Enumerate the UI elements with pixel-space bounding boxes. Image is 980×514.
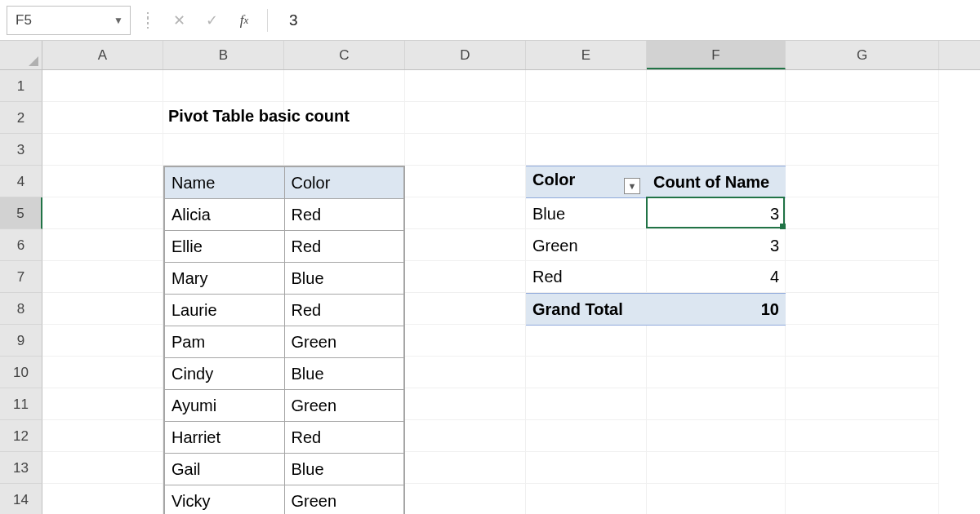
cell[interactable] — [786, 388, 939, 420]
column-header-b[interactable]: B — [163, 41, 284, 69]
pivot-value[interactable]: 4 — [647, 262, 786, 294]
cell[interactable] — [284, 70, 405, 102]
table-cell[interactable]: Laurie — [165, 295, 285, 326]
table-cell[interactable]: Mary — [165, 263, 285, 295]
pivot-value[interactable]: 3 — [647, 198, 786, 230]
column-header-d[interactable]: D — [405, 41, 526, 69]
cell[interactable] — [42, 388, 163, 420]
select-all-corner[interactable] — [0, 41, 42, 69]
cell[interactable] — [42, 357, 163, 388]
cell[interactable] — [42, 134, 163, 166]
cell[interactable] — [647, 357, 786, 388]
cell[interactable] — [786, 293, 939, 325]
cell[interactable] — [405, 484, 526, 514]
pivot-label[interactable]: Red — [526, 262, 647, 294]
cell[interactable] — [647, 70, 786, 102]
cell[interactable] — [647, 420, 786, 452]
cell[interactable] — [42, 261, 163, 293]
cell[interactable] — [42, 293, 163, 325]
row-header[interactable]: 4 — [0, 166, 42, 197]
table-cell[interactable]: Blue — [284, 263, 403, 295]
cell[interactable] — [42, 166, 163, 197]
cell[interactable] — [405, 388, 526, 420]
table-header[interactable]: Color — [284, 167, 403, 199]
pivot-label[interactable]: Blue — [526, 198, 647, 230]
cell[interactable] — [42, 229, 163, 261]
pivot-header[interactable]: Color▼ — [526, 166, 647, 198]
grand-total-label[interactable]: Grand Total — [526, 294, 647, 326]
cell[interactable] — [42, 70, 163, 102]
table-cell[interactable]: Red — [284, 422, 403, 454]
filter-dropdown-icon[interactable]: ▼ — [624, 178, 640, 194]
table-cell[interactable]: Pam — [165, 326, 285, 358]
row-header[interactable]: 7 — [0, 261, 42, 293]
cell[interactable] — [42, 452, 163, 484]
cell[interactable] — [786, 420, 939, 452]
cell[interactable] — [786, 197, 939, 229]
cell[interactable] — [786, 357, 939, 388]
pivot-label[interactable]: Green — [526, 230, 647, 262]
cancel-formula-button[interactable]: ✕ — [166, 7, 192, 33]
cell[interactable] — [647, 134, 786, 166]
column-header-g[interactable]: G — [786, 41, 939, 69]
cell[interactable] — [526, 357, 647, 388]
column-header-e[interactable]: E — [526, 41, 647, 69]
cell[interactable] — [786, 484, 939, 514]
table-header[interactable]: Name — [165, 167, 285, 199]
accept-formula-button[interactable]: ✓ — [198, 7, 225, 33]
cell[interactable] — [786, 134, 939, 166]
table-cell[interactable]: Green — [284, 485, 403, 515]
cell[interactable] — [526, 420, 647, 452]
column-header-f[interactable]: F — [647, 41, 786, 69]
table-cell[interactable]: Green — [284, 326, 403, 358]
cell[interactable] — [42, 197, 163, 229]
cell[interactable] — [526, 452, 647, 484]
cell[interactable] — [42, 484, 163, 514]
cell[interactable] — [526, 134, 647, 166]
cell[interactable] — [405, 357, 526, 388]
row-header[interactable]: 10 — [0, 357, 42, 388]
cell[interactable] — [526, 484, 647, 514]
row-header[interactable]: 3 — [0, 134, 42, 166]
table-cell[interactable]: Cindy — [165, 358, 285, 390]
pivot-header[interactable]: Count of Name — [647, 166, 786, 198]
row-header[interactable]: 2 — [0, 102, 42, 134]
cell[interactable] — [786, 261, 939, 293]
table-cell[interactable]: Ayumi — [165, 390, 285, 422]
cell[interactable] — [786, 166, 939, 197]
cell[interactable] — [526, 70, 647, 102]
fx-icon[interactable]: fx — [231, 7, 257, 33]
row-header[interactable]: 8 — [0, 293, 42, 325]
row-header[interactable]: 13 — [0, 452, 42, 484]
cell[interactable] — [647, 452, 786, 484]
cell[interactable] — [526, 102, 647, 134]
table-cell[interactable]: Gail — [165, 454, 285, 485]
cell[interactable] — [405, 261, 526, 293]
cell[interactable] — [405, 293, 526, 325]
cell[interactable] — [405, 197, 526, 229]
column-header-c[interactable]: C — [284, 41, 405, 69]
table-cell[interactable]: Alicia — [165, 199, 285, 231]
cell[interactable] — [405, 325, 526, 357]
cell[interactable] — [526, 325, 647, 357]
cell[interactable] — [284, 134, 405, 166]
cell[interactable] — [526, 388, 647, 420]
table-cell[interactable]: Vicky — [165, 485, 285, 515]
cell[interactable] — [405, 166, 526, 197]
cell[interactable] — [647, 325, 786, 357]
row-header[interactable]: 1 — [0, 70, 42, 102]
cell[interactable] — [42, 102, 163, 134]
cell[interactable] — [786, 70, 939, 102]
row-header[interactable]: 5 — [0, 197, 42, 229]
cell[interactable] — [786, 229, 939, 261]
table-cell[interactable]: Harriet — [165, 422, 285, 454]
cell[interactable] — [42, 325, 163, 357]
row-header[interactable]: 12 — [0, 420, 42, 452]
table-cell[interactable]: Red — [284, 295, 403, 326]
row-header[interactable]: 11 — [0, 388, 42, 420]
cell[interactable] — [786, 102, 939, 134]
cell[interactable] — [647, 484, 786, 514]
name-box[interactable]: F5 ▼ — [7, 6, 131, 35]
cell[interactable] — [786, 325, 939, 357]
pivot-value[interactable]: 3 — [647, 230, 786, 262]
